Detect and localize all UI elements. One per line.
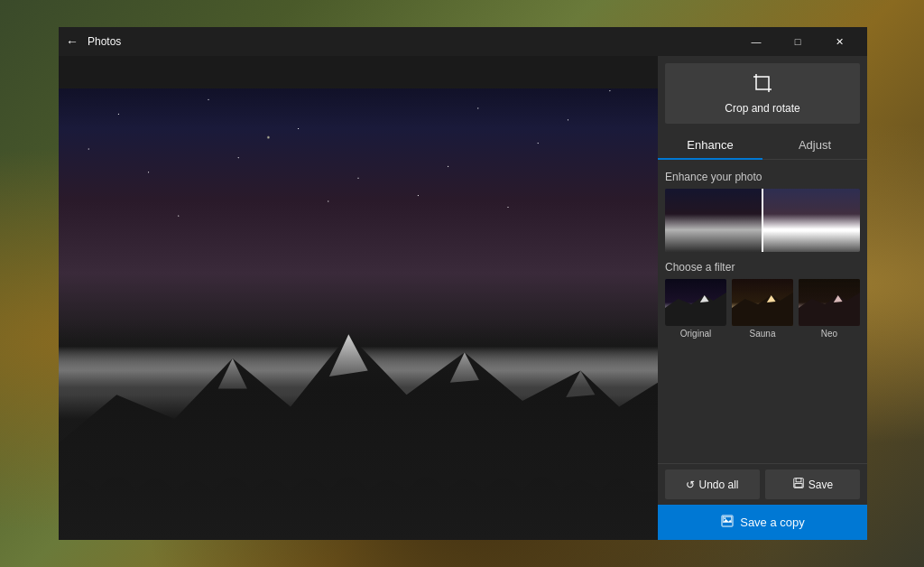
title-bar: ← Photos — □ ✕ [59, 27, 867, 56]
svg-rect-6 [756, 77, 769, 89]
filters-row: Original [665, 279, 860, 339]
save-copy-icon [720, 514, 735, 531]
tabs: Enhance Adjust [658, 131, 867, 160]
filter-original[interactable]: Original [665, 279, 726, 339]
tab-adjust[interactable]: Adjust [762, 131, 867, 159]
enhance-preview-left [665, 189, 762, 252]
save-icon [792, 477, 805, 492]
right-panel: Crop and rotate Enhance Adjust Enhance y… [658, 56, 867, 540]
minimize-button[interactable]: — [735, 27, 777, 56]
svg-point-25 [725, 517, 726, 519]
filter-original-name: Original [680, 329, 711, 339]
enhance-preview[interactable] [665, 189, 860, 252]
undo-all-button[interactable]: ↺ Undo all [665, 469, 760, 499]
save-label: Save [808, 479, 833, 491]
svg-marker-0 [59, 334, 658, 540]
undo-all-label: Undo all [698, 479, 738, 491]
filter-thumb-sauna [732, 279, 793, 326]
svg-marker-1 [218, 358, 247, 389]
filter-sauna[interactable]: Sauna [732, 279, 793, 339]
app-window: ← Photos — □ ✕ [59, 27, 867, 540]
svg-marker-26 [724, 519, 732, 522]
undo-icon: ↺ [686, 479, 695, 491]
filter-neo[interactable]: Neo [799, 279, 860, 339]
svg-marker-4 [566, 370, 595, 396]
crop-rotate-label: Crop and rotate [725, 102, 799, 115]
filter-thumb-original [665, 279, 726, 326]
enhance-section-label: Enhance your photo [665, 171, 860, 183]
photo-main [59, 56, 658, 540]
svg-rect-5 [59, 491, 658, 540]
enhance-preview-right [762, 189, 860, 252]
content-area: Crop and rotate Enhance Adjust Enhance y… [59, 56, 867, 540]
filter-neo-name: Neo [821, 329, 837, 339]
svg-rect-22 [795, 484, 802, 488]
tab-enhance[interactable]: Enhance [658, 131, 762, 159]
svg-marker-3 [450, 352, 479, 383]
bottom-actions: ↺ Undo all Save [658, 463, 867, 505]
filter-section-label: Choose a filter [665, 261, 860, 274]
save-copy-label: Save a copy [740, 516, 805, 529]
panel-content: Enhance your photo Choose a filter [658, 167, 867, 463]
save-copy-button[interactable]: Save a copy [658, 505, 867, 540]
photo-top-bar [59, 56, 658, 88]
crop-rotate-button[interactable]: Crop and rotate [665, 63, 860, 124]
back-button[interactable]: ← [66, 34, 79, 49]
photo-area [59, 56, 658, 540]
crop-icon [752, 72, 773, 98]
maximize-button[interactable]: □ [777, 27, 818, 56]
app-title: Photos [88, 35, 735, 48]
svg-marker-2 [329, 334, 368, 376]
save-button[interactable]: Save [765, 469, 860, 499]
window-controls: — □ ✕ [735, 27, 860, 56]
enhance-divider [762, 189, 763, 252]
filter-sauna-name: Sauna [750, 329, 776, 339]
svg-rect-21 [796, 479, 801, 482]
filter-thumb-neo [799, 279, 860, 326]
close-button[interactable]: ✕ [818, 27, 860, 56]
mountain-svg [59, 298, 658, 540]
